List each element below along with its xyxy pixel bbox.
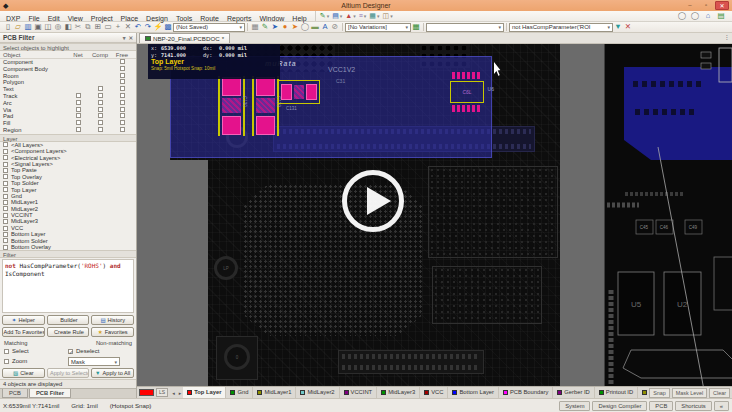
panel-launcher-button[interactable]: « bbox=[714, 401, 729, 411]
layer-tab[interactable]: Gnd bbox=[226, 387, 253, 398]
room-dropdown-icon[interactable]: ◫ ▾ bbox=[383, 11, 393, 21]
clear-selection-icon[interactable]: ✕ bbox=[123, 22, 133, 32]
print-preview-icon[interactable]: ◫ bbox=[43, 22, 53, 32]
free-checkbox[interactable] bbox=[120, 127, 125, 132]
panel-tab[interactable]: PCB bbox=[2, 389, 28, 398]
helper-button[interactable]: ✦ Helper bbox=[2, 315, 45, 325]
layer-checkbox[interactable] bbox=[3, 162, 8, 167]
zoom-area-icon[interactable]: ◧ bbox=[63, 22, 73, 32]
wiring-dropdown-icon[interactable]: ✎ ▾ bbox=[320, 11, 329, 21]
layer-bar-button[interactable]: Clear bbox=[709, 388, 730, 398]
pcb-editor-canvas[interactable]: estPinestPinestPin muRata VCC1V2 C31 C13… bbox=[137, 44, 732, 386]
comp-checkbox[interactable] bbox=[98, 113, 103, 118]
layer-tab[interactable]: Gerber ID bbox=[553, 387, 594, 398]
free-checkbox[interactable] bbox=[120, 59, 125, 64]
capacitor-c131[interactable] bbox=[278, 80, 320, 104]
panel-tab[interactable]: PCB Filter bbox=[29, 389, 71, 398]
layer-checkbox[interactable] bbox=[3, 232, 8, 237]
layer-tab[interactable]: Printout ID bbox=[595, 387, 638, 398]
heal-icon[interactable]: ⚡ bbox=[153, 22, 163, 32]
menu-item[interactable]: View bbox=[64, 15, 87, 22]
capacitor-c130[interactable]: C130 bbox=[218, 76, 245, 136]
layer-checkbox[interactable] bbox=[3, 200, 8, 205]
free-checkbox[interactable] bbox=[120, 113, 125, 118]
net-checkbox[interactable] bbox=[76, 100, 81, 105]
mask-icon[interactable]: ▩ bbox=[163, 22, 173, 32]
panel-menu-icon[interactable]: ▾ bbox=[123, 35, 126, 41]
comp-checkbox[interactable] bbox=[98, 86, 103, 91]
paste-icon[interactable]: ⊞ bbox=[93, 22, 103, 32]
cut-icon[interactable]: ✂ bbox=[73, 22, 83, 32]
layer-checkbox[interactable] bbox=[3, 168, 8, 173]
undo-icon[interactable]: ↶ bbox=[133, 22, 143, 32]
clearance-icon[interactable]: ◯ bbox=[300, 22, 310, 32]
close-button[interactable]: ✕ bbox=[715, 1, 729, 10]
create-rule-button[interactable]: Create Rule bbox=[47, 327, 90, 337]
panel-launcher-button[interactable]: Design Compiler bbox=[592, 401, 647, 411]
layer-checkbox[interactable] bbox=[3, 155, 8, 160]
knowledge-center-icon[interactable]: ▤ bbox=[716, 11, 726, 21]
layer-tab[interactable]: VCCINT bbox=[340, 387, 378, 398]
panel-launcher-button[interactable]: Shortcuts bbox=[675, 401, 712, 411]
menu-item[interactable]: DXP bbox=[2, 15, 24, 22]
menu-item[interactable]: Project bbox=[87, 15, 117, 22]
layer-bar-button[interactable]: Mask Level bbox=[672, 388, 707, 398]
document-tab[interactable]: NBP-20_Final.PCBDOC * bbox=[139, 33, 230, 43]
mask-dropdown[interactable]: Mask▾ bbox=[68, 357, 120, 366]
layer-tab[interactable]: Dimensions bbox=[638, 387, 647, 398]
free-checkbox[interactable] bbox=[120, 66, 125, 71]
string-icon[interactable]: A bbox=[320, 22, 330, 32]
snap-grid-icon[interactable]: ▦ bbox=[250, 22, 260, 32]
grid-dropdown-icon[interactable]: ▦ ▾ bbox=[369, 11, 379, 21]
component-u6[interactable]: C6L U6 bbox=[448, 72, 490, 112]
menu-item[interactable]: Route bbox=[196, 15, 223, 22]
comp-checkbox[interactable] bbox=[98, 100, 103, 105]
filter-apply-icon[interactable]: ▼ bbox=[613, 22, 623, 32]
layer-checkbox[interactable] bbox=[3, 219, 8, 224]
layer-checkbox[interactable] bbox=[3, 206, 8, 211]
free-checkbox[interactable] bbox=[120, 93, 125, 98]
layer-checkbox[interactable] bbox=[3, 194, 8, 199]
doc-state-combo[interactable]: (Not Saved)▾ bbox=[173, 23, 245, 32]
menu-item[interactable]: Edit bbox=[44, 15, 64, 22]
back-icon[interactable]: ◯ bbox=[677, 11, 687, 21]
layer-tab[interactable]: Bottom Layer bbox=[448, 387, 498, 398]
filter-expression-combo[interactable]: not HasCompParameter('ROI▾ bbox=[509, 23, 613, 32]
menu-item[interactable]: File bbox=[24, 15, 43, 22]
net-checkbox[interactable] bbox=[76, 113, 81, 118]
move-icon[interactable]: + bbox=[113, 22, 123, 32]
apply-to-all-button[interactable]: ▼ Apply to All bbox=[91, 368, 134, 378]
print-icon[interactable]: ▣ bbox=[33, 22, 43, 32]
layer-tab[interactable]: VCC bbox=[420, 387, 448, 398]
free-checkbox[interactable] bbox=[120, 120, 125, 125]
clear-filter-button[interactable]: ▧ Clear bbox=[2, 368, 45, 378]
variations-combo[interactable]: [No Variations]▾ bbox=[345, 23, 411, 32]
tab-overflow-grip-icon[interactable]: ⁝ bbox=[726, 34, 730, 42]
redo-icon[interactable]: ↷ bbox=[143, 22, 153, 32]
board-insight-icon[interactable]: ▦ bbox=[411, 22, 421, 32]
panel-launcher-button[interactable]: PCB bbox=[649, 401, 673, 411]
maximize-button[interactable]: ▫ bbox=[699, 1, 713, 10]
menu-item[interactable]: Reports bbox=[223, 15, 256, 22]
new-icon[interactable]: ▯ bbox=[3, 22, 13, 32]
net-checkbox[interactable] bbox=[76, 127, 81, 132]
layer-checkbox[interactable] bbox=[3, 245, 8, 250]
route-dropdown-icon[interactable]: ▲ ▾ bbox=[345, 11, 355, 21]
drc-icon[interactable]: ⊘ bbox=[330, 22, 340, 32]
layer-sets-button[interactable]: LS bbox=[156, 388, 168, 397]
free-checkbox[interactable] bbox=[120, 79, 125, 84]
filter-clear-icon[interactable]: ✕ bbox=[623, 22, 633, 32]
capacitor-c129[interactable]: C129 bbox=[252, 76, 279, 136]
highlight-icon[interactable]: ● bbox=[280, 22, 290, 32]
minimize-button[interactable]: – bbox=[683, 1, 697, 10]
layer-bar-button[interactable]: Snap bbox=[649, 388, 670, 398]
free-checkbox[interactable] bbox=[120, 86, 125, 91]
interactive-route-icon[interactable]: ✎ bbox=[260, 22, 270, 32]
assembly-view-pane[interactable]: C45 C46 C49 U5 U2 bbox=[604, 44, 732, 386]
free-checkbox[interactable] bbox=[120, 100, 125, 105]
polygon-pour-icon[interactable]: ▬ bbox=[310, 22, 320, 32]
add-to-favorites-button[interactable]: Add To Favorites bbox=[2, 327, 45, 337]
layer-checkbox[interactable] bbox=[3, 142, 8, 147]
placement-dropdown-icon[interactable]: ▤ ▾ bbox=[332, 11, 342, 21]
current-layer-swatch[interactable] bbox=[139, 389, 154, 396]
